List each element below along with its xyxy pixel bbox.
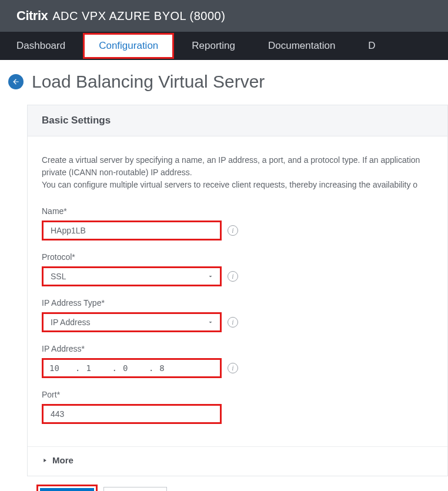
ip-seg-1[interactable]: 10 [49,363,69,373]
name-label: Name* [42,206,433,216]
ip-dot: . [149,363,153,373]
app-header: Citrix ADC VPX AZURE BYOL (8000) [0,0,448,32]
info-icon[interactable]: i [228,271,238,282]
port-input[interactable] [44,406,220,422]
panel-description: Create a virtual server by specifying a … [42,154,433,191]
ip-dot: . [112,363,116,373]
desc-line-2: private (ICANN non-routable) IP address. [42,168,192,177]
port-label: Port* [42,390,433,399]
more-toggle[interactable]: More [28,446,447,476]
brand-name: Citrix [16,8,48,24]
tab-dashboard[interactable]: Dashboard [0,32,82,60]
field-name: Name* i [42,206,433,241]
panel-body: Create a virtual server by specifying a … [28,136,447,446]
page-content: Load Balancing Virtual Server Basic Sett… [0,60,448,491]
protocol-select[interactable]: SSL [44,268,220,285]
more-label: More [52,455,73,465]
product-name: ADC VPX AZURE BYOL (8000) [52,9,225,23]
cancel-button[interactable]: Cancel [103,487,167,491]
basic-settings-panel: Basic Settings Create a virtual server b… [27,105,448,476]
panel-title: Basic Settings [28,105,447,136]
protocol-label: Protocol* [42,252,433,262]
info-icon[interactable]: i [228,317,238,328]
ip-dot: . [75,363,80,373]
field-protocol: Protocol* SSL i [42,252,433,286]
tab-configuration[interactable]: Configuration [83,33,174,59]
page-header: Load Balancing Virtual Server [8,72,448,92]
back-button[interactable] [8,74,24,89]
main-tabs: Dashboard Configuration Reporting Docume… [0,32,448,60]
ok-button[interactable]: OK [40,488,94,491]
field-ip-type: IP Address Type* IP Address i [42,298,433,332]
action-bar: OK Cancel [8,476,448,491]
triangle-right-icon [42,457,48,463]
field-port: Port* [42,390,433,424]
tab-partial[interactable]: D [352,32,392,60]
ip-seg-2[interactable]: 1 [86,363,106,373]
ip-type-select[interactable]: IP Address [44,314,220,330]
name-input[interactable] [44,222,220,239]
arrow-left-icon [12,78,20,86]
ip-address-input[interactable]: 10 . 1 . 0 . 8 [44,360,185,376]
tab-documentation[interactable]: Documentation [252,32,352,60]
info-icon[interactable]: i [228,225,238,236]
tab-reporting[interactable]: Reporting [175,32,252,60]
ip-seg-4[interactable]: 8 [159,363,179,373]
desc-line-3: You can configure multiple virtual serve… [42,180,417,189]
info-icon[interactable]: i [228,363,238,373]
field-ip-address: IP Address* 10 . 1 . 0 . 8 i [42,344,433,378]
page-title: Load Balancing Virtual Server [32,72,265,92]
ip-address-label: IP Address* [42,344,433,353]
ip-type-label: IP Address Type* [42,298,433,308]
ip-seg-3[interactable]: 0 [123,363,143,373]
desc-line-1: Create a virtual server by specifying a … [42,155,420,165]
